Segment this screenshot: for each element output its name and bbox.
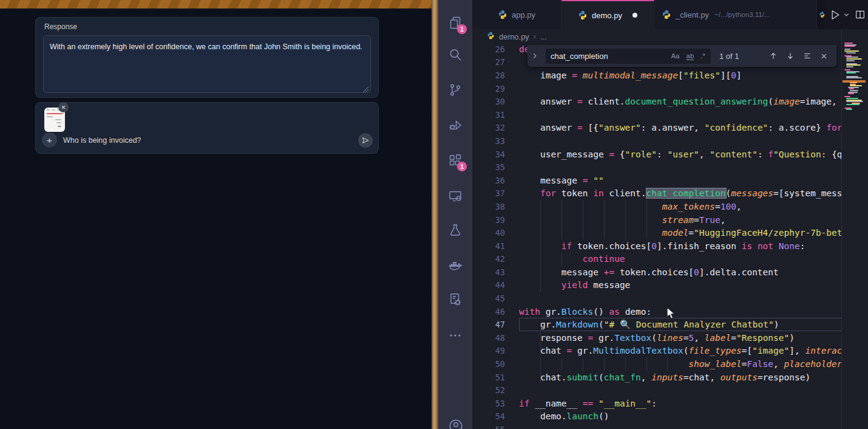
line-number[interactable]: 28 (472, 70, 505, 80)
code-line-42[interactable]: 42 continue (472, 253, 841, 266)
close-find-icon[interactable] (820, 52, 828, 60)
line-number[interactable]: 36 (472, 176, 505, 185)
line-number[interactable]: 35 (472, 162, 505, 172)
code-line-32[interactable]: 32 answer = [{"answer": a.answer, "confi… (472, 122, 841, 135)
code-lines[interactable]: 26def chat_fn(multimodal_message):2728 i… (472, 43, 841, 429)
modified-dot-icon[interactable] (632, 13, 637, 18)
line-number[interactable]: 52 (472, 385, 505, 395)
code-line-30[interactable]: 30 answer = client.document_question_ans… (472, 95, 841, 108)
find-input[interactable] (546, 52, 646, 61)
line-number[interactable]: 49 (472, 346, 505, 355)
line-number[interactable]: 33 (472, 136, 505, 146)
line-number[interactable]: 39 (472, 215, 505, 225)
code-line-37[interactable]: 37 for token in client.chat_completion(m… (472, 187, 841, 201)
line-number[interactable]: 29 (472, 84, 505, 94)
activity-item-run-debug[interactable] (448, 118, 463, 132)
code-editor[interactable]: 26def chat_fn(multimodal_message):2728 i… (472, 44, 868, 429)
activity-item-docker[interactable] (448, 258, 463, 273)
line-number[interactable]: 40 (472, 228, 505, 238)
code-line-52[interactable]: 52 (472, 383, 841, 397)
code-line-54[interactable]: 54 demo.launch() (472, 410, 841, 424)
whole-word-toggle[interactable]: ab (687, 52, 694, 60)
minimap[interactable] (841, 29, 868, 429)
code-line-40[interactable]: 40 model="HuggingFaceH4/zephyr-7b-beta")… (472, 226, 841, 239)
tab-app.py[interactable]: app.py (472, 0, 561, 29)
line-number[interactable]: 41 (472, 241, 505, 251)
line-number[interactable]: 48 (472, 333, 505, 343)
activity-item-more[interactable] (448, 328, 463, 343)
line-number[interactable]: 47 (472, 320, 505, 329)
breadcrumb-file[interactable]: demo.py (499, 32, 529, 41)
code-line-35[interactable]: 35 (472, 160, 841, 174)
line-number[interactable]: 32 (472, 123, 505, 132)
window-divider-sash[interactable] (432, 0, 438, 429)
match-case-toggle[interactable]: Aa (671, 52, 679, 60)
code-line-49[interactable]: 49 chat = gr.MultimodalTextbox(file_type… (472, 345, 841, 358)
regex-toggle[interactable]: .* (700, 52, 705, 60)
line-number[interactable]: 34 (472, 149, 505, 159)
code-line-46[interactable]: 46with gr.Blocks() as demo: (472, 305, 841, 318)
remove-attachment-button[interactable]: ✕ (58, 102, 69, 112)
line-number[interactable]: 30 (472, 97, 505, 106)
line-number[interactable]: 46 (472, 307, 505, 317)
find-in-selection-icon[interactable] (803, 52, 812, 60)
code-line-55[interactable]: 55 (472, 423, 841, 429)
code-line-41[interactable]: 41 if token.choices[0].finish_reason is … (472, 239, 841, 253)
activity-item-extensions[interactable]: 1 (448, 153, 463, 168)
code-line-28[interactable]: 28 image = multimodal_message["files"][0… (472, 69, 841, 82)
run-button[interactable] (829, 9, 841, 21)
line-number[interactable]: 50 (472, 359, 505, 369)
chat-message-text[interactable]: Who is being invoiced? (63, 136, 141, 145)
tab-demo.py[interactable]: demo.py (561, 0, 654, 29)
activity-item-search[interactable] (448, 47, 463, 62)
code-line-34[interactable]: 34 user_message = {"role": "user", "cont… (472, 148, 841, 161)
code-line-51[interactable]: 51 chat.submit(chat_fn, inputs=chat, out… (472, 371, 841, 384)
line-number[interactable]: 37 (472, 188, 505, 198)
line-number[interactable]: 45 (472, 293, 505, 303)
code-line-36[interactable]: 36 message = "" (472, 174, 841, 187)
activity-item-testing[interactable] (448, 223, 463, 238)
activity-item-remote-explorer[interactable] (448, 188, 463, 203)
line-number[interactable]: 43 (472, 267, 505, 277)
code-line-39[interactable]: 39 stream=True, (472, 213, 841, 227)
code-line-50[interactable]: 50 show_label=False, placeholder=" (472, 357, 841, 371)
toggle-replace-chevron-icon[interactable] (527, 45, 542, 67)
line-number[interactable]: 38 (472, 202, 505, 211)
split-editor-icon[interactable] (855, 9, 866, 20)
resize-handle-icon[interactable] (363, 87, 368, 92)
line-number[interactable]: 55 (472, 425, 505, 429)
code-line-44[interactable]: 44 yield message (472, 279, 841, 292)
line-number[interactable]: 54 (472, 411, 505, 421)
line-number[interactable]: 53 (472, 399, 505, 408)
previous-match-button[interactable] (769, 52, 778, 60)
line-number[interactable]: 51 (472, 372, 505, 382)
line-number[interactable]: 42 (472, 254, 505, 264)
add-file-button[interactable]: + (42, 132, 57, 148)
activity-item-cpp-tools[interactable] (448, 292, 463, 307)
line-number[interactable]: 26 (472, 44, 505, 54)
line-number[interactable]: 31 (472, 110, 505, 120)
run-dropdown-chevron-icon[interactable] (843, 12, 850, 18)
activity-item-account[interactable] (448, 418, 463, 429)
code-line-31[interactable]: 31 (472, 108, 841, 122)
code-line-45[interactable]: 45 (472, 292, 841, 305)
minimap-line (846, 72, 856, 74)
code-line-29[interactable]: 29 (472, 82, 841, 95)
activity-item-explorer[interactable]: 1 (448, 16, 463, 30)
code-line-33[interactable]: 33 (472, 134, 841, 148)
line-number[interactable]: 44 (472, 280, 505, 290)
breadcrumb[interactable]: demo.py › ... (472, 29, 841, 44)
code-line-47[interactable]: 47 gr.Markdown("# 🔍 Document Analyzer Ch… (472, 318, 841, 331)
code-line-38[interactable]: 38 max_tokens=100, (472, 200, 841, 213)
breadcrumb-rest[interactable]: ... (540, 32, 547, 41)
code-line-43[interactable]: 43 message += token.choices[0].delta.con… (472, 266, 841, 279)
minimap-line (846, 98, 858, 99)
code-line-48[interactable]: 48 response = gr.Textbox(lines=5, label=… (472, 331, 841, 345)
line-number[interactable]: 27 (472, 57, 505, 67)
response-textarea[interactable]: With an extremely high level of confiden… (43, 35, 371, 93)
next-match-button[interactable] (786, 52, 795, 60)
activity-item-source-control[interactable] (448, 83, 463, 97)
code-line-53[interactable]: 53if __name__ == "__main__": (472, 397, 841, 410)
tab-_client.py[interactable]: _client.py~/.../python3.11/... (654, 0, 817, 29)
send-button[interactable] (358, 133, 373, 148)
